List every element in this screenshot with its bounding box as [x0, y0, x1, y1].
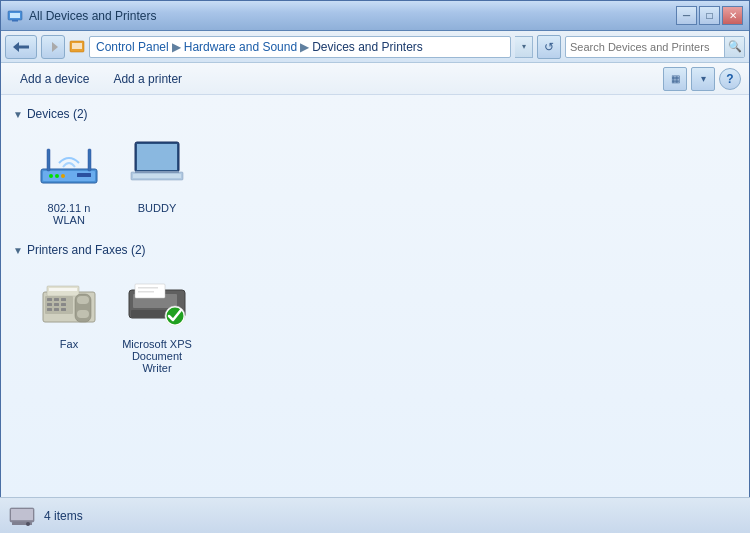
back-button[interactable]: [5, 35, 37, 59]
svg-rect-31: [47, 308, 52, 311]
svg-rect-19: [133, 174, 181, 178]
svg-rect-25: [47, 298, 52, 301]
search-input[interactable]: [566, 41, 724, 53]
printers-section-title: Printers and Faxes (2): [27, 243, 146, 257]
svg-rect-7: [72, 43, 82, 49]
address-dropdown[interactable]: ▾: [515, 36, 533, 58]
svg-rect-11: [88, 149, 91, 171]
list-item[interactable]: BUDDY: [117, 129, 197, 231]
close-button[interactable]: ✕: [722, 6, 743, 25]
svg-rect-15: [77, 173, 91, 177]
svg-rect-10: [47, 149, 50, 171]
buddy-label: BUDDY: [138, 202, 177, 214]
svg-rect-35: [77, 296, 89, 304]
svg-marker-5: [52, 42, 58, 52]
svg-rect-1: [10, 13, 20, 18]
xps-label: Microsoft XPS Document Writer: [122, 338, 192, 374]
svg-rect-46: [11, 509, 33, 520]
title-bar: All Devices and Printers ─ □ ✕: [1, 1, 749, 31]
fax-icon: [37, 270, 101, 334]
search-box: 🔍: [565, 36, 745, 58]
printers-grid: Fax: [13, 265, 737, 379]
view-toggle-button[interactable]: ▦: [663, 67, 687, 91]
svg-rect-30: [61, 303, 66, 306]
laptop-icon: [125, 134, 189, 198]
devices-grid: 802.11 n WLAN BUDDY: [13, 129, 737, 231]
view-dropdown-button[interactable]: ▾: [691, 67, 715, 91]
svg-rect-33: [61, 308, 66, 311]
address-bar: Control Panel ▶ Hardware and Sound ▶ Dev…: [1, 31, 749, 63]
printers-section-header: ▼ Printers and Faxes (2): [13, 243, 737, 257]
printers-collapse-icon[interactable]: ▼: [13, 245, 23, 256]
fax-label: Fax: [60, 338, 78, 350]
svg-rect-27: [61, 298, 66, 301]
title-controls: ─ □ ✕: [676, 6, 743, 25]
breadcrumb: Control Panel ▶ Hardware and Sound ▶ Dev…: [89, 36, 511, 58]
address-icon: [69, 39, 85, 55]
svg-rect-32: [54, 308, 59, 311]
devices-section-header: ▼ Devices (2): [13, 107, 737, 121]
breadcrumb-hardware[interactable]: Hardware and Sound: [184, 40, 297, 54]
toolbar: Add a device Add a printer ▦ ▾ ?: [1, 63, 749, 95]
svg-rect-36: [77, 310, 89, 318]
devices-section-title: Devices (2): [27, 107, 88, 121]
list-item[interactable]: Microsoft XPS Document Writer: [117, 265, 197, 379]
svg-point-48: [26, 522, 30, 526]
breadcrumb-devices: Devices and Printers: [312, 40, 423, 54]
svg-rect-2: [12, 20, 18, 22]
svg-point-12: [49, 174, 53, 178]
title-icon: [7, 8, 23, 24]
svg-rect-20: [135, 171, 179, 173]
title-text: All Devices and Printers: [29, 9, 156, 23]
refresh-button[interactable]: ↺: [537, 35, 561, 59]
svg-point-13: [55, 174, 59, 178]
svg-rect-40: [138, 287, 158, 289]
status-count: 4 items: [44, 509, 83, 523]
content-area: ▼ Devices (2): [1, 95, 749, 498]
svg-rect-4: [18, 45, 29, 48]
svg-rect-29: [54, 303, 59, 306]
svg-rect-26: [54, 298, 59, 301]
list-item[interactable]: 802.11 n WLAN: [29, 129, 109, 231]
list-item[interactable]: Fax: [29, 265, 109, 379]
add-device-button[interactable]: Add a device: [9, 67, 100, 91]
maximize-button[interactable]: □: [699, 6, 720, 25]
forward-button[interactable]: [41, 35, 65, 59]
xps-printer-icon: [125, 270, 189, 334]
wlan-label: 802.11 n WLAN: [34, 202, 104, 226]
svg-rect-17: [137, 144, 177, 170]
search-button[interactable]: 🔍: [724, 36, 744, 58]
breadcrumb-control-panel[interactable]: Control Panel: [96, 40, 169, 54]
minimize-button[interactable]: ─: [676, 6, 697, 25]
wlan-icon: [37, 134, 101, 198]
svg-rect-28: [47, 303, 52, 306]
svg-point-14: [61, 174, 65, 178]
status-device-icon: [8, 502, 36, 530]
status-bar: 4 items: [0, 497, 750, 533]
svg-rect-23: [49, 288, 77, 291]
svg-rect-41: [138, 291, 154, 293]
add-printer-button[interactable]: Add a printer: [102, 67, 193, 91]
devices-collapse-icon[interactable]: ▼: [13, 109, 23, 120]
help-button[interactable]: ?: [719, 68, 741, 90]
